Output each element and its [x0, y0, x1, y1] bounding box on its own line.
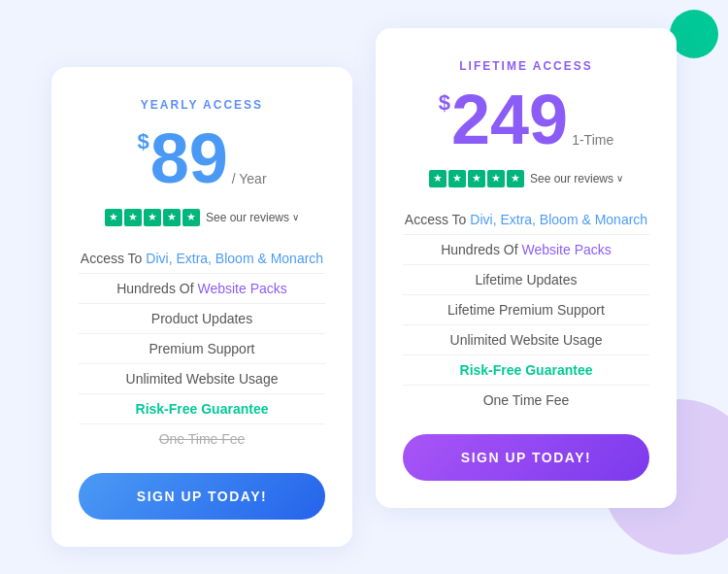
star-2: ★ [124, 209, 142, 226]
list-item: Hundreds Of Website Packs [79, 274, 325, 304]
star-1: ★ [429, 170, 447, 187]
lifetime-currency: $ [439, 92, 450, 114]
yearly-price: 89 [150, 123, 228, 193]
lifetime-card: LIFETIME ACCESS $ 249 1-Time ★ ★ ★ ★ ★ S… [376, 28, 677, 508]
list-item: Risk-Free Guarantee [403, 355, 649, 386]
star-3: ★ [144, 209, 161, 226]
pricing-cards-container: YEARLY ACCESS $ 89 / Year ★ ★ ★ ★ ★ See … [51, 28, 677, 547]
lifetime-stars: ★ ★ ★ ★ ★ [429, 170, 524, 187]
list-item: Access To Divi, Extra, Bloom & Monarch [403, 205, 649, 235]
yearly-currency: $ [137, 131, 149, 152]
yearly-one-time-fee: One Time Fee [159, 431, 246, 447]
list-item: Lifetime Updates [403, 265, 649, 295]
yearly-price-container: $ 89 / Year [79, 123, 325, 193]
yearly-features-list: Access To Divi, Extra, Bloom & Monarch H… [79, 244, 325, 454]
lifetime-features-list: Access To Divi, Extra, Bloom & Monarch H… [403, 205, 649, 415]
lifetime-signup-button[interactable]: SIGN UP TODAY! [403, 434, 649, 481]
list-item: Unlimited Website Usage [403, 325, 649, 355]
lifetime-divi-link[interactable]: Divi, Extra, Bloom & Monarch [470, 212, 647, 227]
yearly-signup-button[interactable]: SIGN UP TODAY! [79, 473, 325, 520]
yearly-plan-title: YEARLY ACCESS [79, 98, 325, 112]
lifetime-reviews-text[interactable]: See our reviews ∨ [530, 172, 623, 186]
yearly-reviews-chevron: ∨ [292, 212, 299, 222]
star-3: ★ [468, 170, 485, 187]
yearly-reviews-text[interactable]: See our reviews ∨ [206, 211, 299, 224]
list-item: Hundreds Of Website Packs [403, 235, 649, 265]
yearly-reviews-row: ★ ★ ★ ★ ★ See our reviews ∨ [79, 209, 325, 226]
list-item: Lifetime Premium Support [403, 295, 649, 325]
list-item: Unlimited Website Usage [79, 364, 325, 394]
list-item: Premium Support [79, 334, 325, 364]
lifetime-reviews-label: See our reviews [530, 172, 613, 186]
star-4: ★ [487, 170, 505, 187]
yearly-stars: ★ ★ ★ ★ ★ [105, 209, 200, 226]
star-1: ★ [105, 209, 122, 226]
star-2: ★ [448, 170, 466, 187]
lifetime-guarantee: Risk-Free Guarantee [460, 362, 593, 378]
list-item: Risk-Free Guarantee [79, 394, 325, 424]
lifetime-plan-title: LIFETIME ACCESS [403, 59, 649, 73]
yearly-reviews-label: See our reviews [206, 211, 289, 224]
yearly-card: YEARLY ACCESS $ 89 / Year ★ ★ ★ ★ ★ See … [51, 67, 352, 547]
star-5: ★ [182, 209, 200, 226]
star-5: ★ [507, 170, 524, 187]
list-item: Access To Divi, Extra, Bloom & Monarch [79, 244, 325, 274]
yearly-website-packs-link[interactable]: Website Packs [197, 281, 286, 296]
list-item: Product Updates [79, 304, 325, 334]
decorative-green-circle [670, 10, 718, 58]
yearly-period: / Year [232, 172, 267, 186]
lifetime-website-packs-link[interactable]: Website Packs [521, 242, 611, 257]
star-4: ★ [163, 209, 181, 226]
yearly-guarantee: Risk-Free Guarantee [136, 401, 269, 417]
lifetime-period: 1-Time [572, 133, 613, 147]
list-item: One Time Fee [403, 386, 649, 415]
lifetime-reviews-row: ★ ★ ★ ★ ★ See our reviews ∨ [403, 170, 649, 187]
lifetime-reviews-chevron: ∨ [616, 173, 623, 184]
list-item: One Time Fee [79, 424, 325, 454]
lifetime-price-container: $ 249 1-Time [403, 84, 649, 154]
lifetime-price: 249 [451, 84, 568, 154]
yearly-divi-link[interactable]: Divi, Extra, Bloom & Monarch [146, 251, 323, 266]
